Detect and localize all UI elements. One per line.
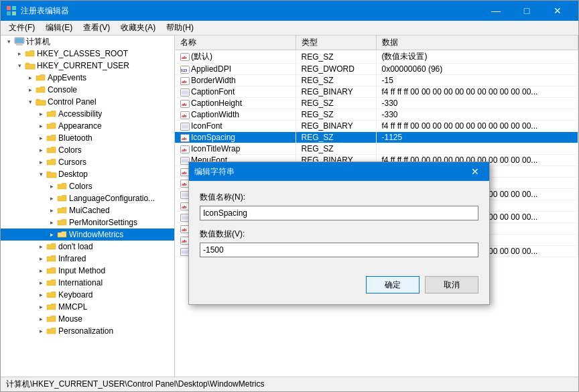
- svg-text:ab: ab: [182, 102, 187, 107]
- close-button[interactable]: ✕: [542, 1, 573, 21]
- tree-node-dontload[interactable]: ▸ don't load: [1, 241, 174, 253]
- svg-rect-5: [15, 38, 23, 43]
- tree-label: Colors: [69, 182, 92, 191]
- table-row[interactable]: ab BorderWidthREG_SZ-15: [175, 75, 578, 86]
- tree-node-accessibility[interactable]: ▸ Accessibility: [1, 108, 174, 120]
- tree-label: Bluetooth: [58, 133, 92, 143]
- tree-expander: ▾: [14, 60, 25, 71]
- tree-node-international[interactable]: ▸ International: [1, 277, 174, 289]
- tree-expander: ▸: [46, 217, 57, 228]
- tree-expander: ▸: [36, 265, 46, 276]
- tree-label: WindowMetrics: [69, 230, 123, 239]
- menu-item[interactable]: 文件(F): [3, 21, 40, 35]
- folder-icon: [57, 194, 68, 203]
- tree-node-infrared[interactable]: ▸ Infrared: [1, 253, 174, 265]
- tree-label: Mouse: [58, 314, 82, 324]
- col-name: 名称: [175, 36, 296, 50]
- tree-node-desktop[interactable]: ▾ Desktop: [1, 168, 174, 180]
- folder-icon: [46, 326, 57, 336]
- cancel-button[interactable]: 取消: [425, 276, 478, 293]
- table-row[interactable]: CaptionFontREG_BINARYf4 ff ff ff 00 00 0…: [175, 86, 578, 98]
- reg-name-cell: IconFont: [175, 121, 296, 132]
- tree-node-hkcu[interactable]: ▾ HKEY_CURRENT_USER: [1, 60, 174, 72]
- menu-item[interactable]: 帮助(H): [161, 21, 199, 35]
- table-row[interactable]: IconFontREG_BINARYf4 ff ff ff 00 00 00 0…: [175, 121, 578, 132]
- svg-text:ab: ab: [182, 113, 187, 119]
- value-input[interactable]: [200, 243, 478, 257]
- tree-node-colors2[interactable]: ▸ Colors: [1, 180, 174, 192]
- tree-node-appearance[interactable]: ▸ Appearance: [1, 120, 174, 132]
- tree-node-keyboard[interactable]: ▸ Keyboard: [1, 289, 174, 301]
- tree-node-hkcr[interactable]: ▸ HKEY_CLASSES_ROOT: [1, 48, 174, 60]
- maximize-button[interactable]: □: [511, 1, 542, 21]
- table-row[interactable]: ab CaptionHeightREG_SZ-330: [175, 98, 578, 109]
- dialog-title: 编辑字符串: [194, 166, 466, 178]
- reg-data-cell: -330: [376, 109, 578, 121]
- minimize-button[interactable]: —: [480, 1, 511, 21]
- tree-node-appevents[interactable]: ▸ AppEvents: [1, 72, 174, 84]
- tree-expander: ▸: [36, 289, 46, 300]
- menu-item[interactable]: 收藏夹(A): [115, 21, 161, 35]
- tree-expander: ▸: [46, 205, 57, 216]
- folder-icon: [57, 182, 68, 191]
- tree-node-mouse[interactable]: ▸ Mouse: [1, 313, 174, 325]
- reg-data-cell: (数值未设置): [376, 50, 578, 64]
- tree-node-cursors[interactable]: ▸ Cursors: [1, 156, 174, 168]
- tree-node-inputmethod[interactable]: ▸ Input Method: [1, 265, 174, 277]
- folder-icon: [46, 121, 57, 131]
- registry-tree[interactable]: ▾ 计算机▸ HKEY_CLASSES_ROOT▾ HKEY_CURRENT_U…: [1, 36, 175, 377]
- reg-name-cell: ab CaptionHeight: [175, 98, 296, 109]
- tree-label: Infrared: [58, 254, 86, 263]
- tree-expander: ▾: [25, 96, 36, 107]
- tree-label: Control Panel: [48, 97, 96, 107]
- table-row[interactable]: ab IconTitleWrapREG_SZ: [175, 143, 578, 155]
- status-text: 计算机\HKEY_CURRENT_USER\Control Panel\Desk…: [6, 379, 264, 390]
- tree-node-permonitorsettings[interactable]: ▸ PerMonitorSettings: [1, 216, 174, 228]
- folder-icon: [25, 49, 36, 58]
- tree-expander: ▸: [36, 157, 46, 168]
- folder-icon: [46, 242, 57, 251]
- table-row[interactable]: ab CaptionWidthREG_SZ-330: [175, 109, 578, 121]
- name-input[interactable]: [200, 206, 478, 220]
- svg-text:ab: ab: [182, 55, 187, 60]
- tree-node-personalization[interactable]: ▸ Personalization: [1, 325, 174, 337]
- reg-type-cell: REG_DWORD: [296, 64, 376, 75]
- folder-icon: [46, 266, 57, 275]
- tree-node-windowmetrics[interactable]: ▸ WindowMetrics: [1, 228, 174, 241]
- reg-name-cell: ab BorderWidth: [175, 75, 296, 86]
- tree-expander: ▸: [36, 314, 46, 324]
- table-row[interactable]: ab (默认)REG_SZ(数值未设置): [175, 50, 578, 64]
- tree-node-muicached[interactable]: ▸ MuiCached: [1, 204, 174, 216]
- reg-name-cell: ab (默认): [175, 50, 296, 64]
- tree-expander: ▾: [3, 36, 14, 47]
- tree-label: 计算机: [26, 36, 50, 48]
- value-label: 数值数据(V):: [200, 228, 478, 240]
- folder-icon: [46, 170, 57, 179]
- tree-label: LanguageConfiguratio...: [69, 194, 155, 203]
- folder-icon: [46, 254, 57, 263]
- tree-node-mmcpl[interactable]: ▸ MMCPL: [1, 301, 174, 313]
- menu-item[interactable]: 编辑(E): [40, 21, 78, 35]
- tree-expander: ▸: [46, 181, 57, 192]
- ok-button[interactable]: 确定: [366, 276, 420, 293]
- tree-node-computer[interactable]: ▾ 计算机: [1, 36, 174, 48]
- tree-expander: ▸: [36, 253, 46, 264]
- svg-rect-3: [12, 11, 16, 15]
- reg-type-cell: REG_BINARY: [296, 86, 376, 98]
- tree-node-bluetooth[interactable]: ▸ Bluetooth: [1, 132, 174, 144]
- menu-item[interactable]: 查看(V): [78, 21, 115, 35]
- table-row[interactable]: 123 AppliedDPIREG_DWORD0x00000060 (96): [175, 64, 578, 75]
- tree-expander: ▸: [36, 133, 46, 143]
- tree-expander: ▸: [36, 145, 46, 155]
- table-row[interactable]: ab IconSpacingREG_SZ-1125: [175, 132, 578, 143]
- window-controls: — □ ✕: [480, 1, 573, 21]
- reg-name-cell: CaptionFont: [175, 86, 296, 98]
- tree-node-controlpanel[interactable]: ▾ Control Panel: [1, 96, 174, 108]
- dialog-close-button[interactable]: ✕: [466, 163, 484, 180]
- svg-rect-1: [12, 6, 16, 10]
- tree-label: Console: [48, 85, 77, 94]
- tree-label: Desktop: [58, 170, 88, 179]
- tree-node-langconfig[interactable]: ▸ LanguageConfiguratio...: [1, 192, 174, 204]
- tree-node-colors[interactable]: ▸ Colors: [1, 144, 174, 156]
- tree-node-console[interactable]: ▸ Console: [1, 84, 174, 96]
